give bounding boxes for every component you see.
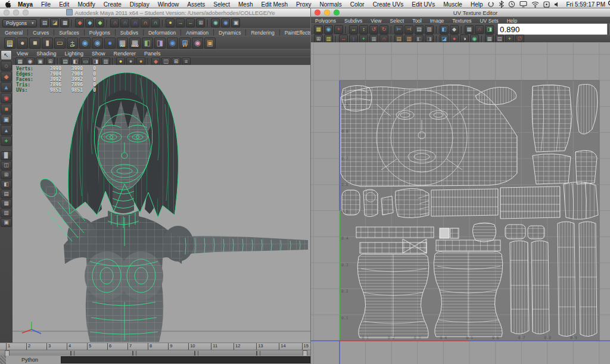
uv-menu-item[interactable]: Image	[426, 18, 449, 24]
universal-manipulator-tool[interactable]: ▣	[1, 114, 12, 125]
render-current-frame-icon[interactable]: ◉	[211, 18, 220, 27]
shade-uvs-icon[interactable]: ◨	[485, 25, 494, 34]
uv-menu-item[interactable]: View	[366, 18, 385, 24]
sync-status-icon[interactable]	[487, 1, 494, 8]
poly-sphere-icon[interactable]: ●	[17, 38, 28, 49]
hud-icon[interactable]: ▦HUD	[129, 38, 141, 49]
spotlight-icon[interactable]	[608, 0, 610, 8]
rotate-cw-icon[interactable]: ↻	[379, 25, 388, 34]
time-machine-icon[interactable]	[508, 1, 515, 8]
wifi-icon[interactable]	[531, 1, 539, 8]
shelf-edit-icon[interactable]: ▤His	[4, 38, 15, 49]
rotate-tool[interactable]: ◉	[1, 93, 12, 103]
poly-cube-icon[interactable]: ■	[29, 38, 41, 49]
snap-to-plane-icon[interactable]: ∩	[141, 18, 150, 27]
u-coordinate-field[interactable]	[497, 23, 608, 36]
menubar-item[interactable]: Edit Mesh	[257, 1, 291, 8]
lock-icon[interactable]: ●	[166, 18, 175, 27]
grid-uvs-icon[interactable]: ▥	[425, 25, 434, 34]
cut-uv-edges-icon[interactable]: ⊢	[394, 25, 403, 34]
sculpt-icon[interactable]: ◉	[192, 38, 203, 49]
menubar-item[interactable]: Color	[346, 1, 369, 8]
menubar-item[interactable]: Normals	[316, 1, 346, 8]
zoom-button[interactable]	[334, 10, 340, 15]
layout-single-pane[interactable]: ▉	[1, 151, 12, 160]
ipr-render-icon[interactable]: ◉	[221, 18, 230, 27]
zoom-button[interactable]	[23, 10, 29, 15]
menubar-item[interactable]: Edit UVs	[407, 1, 439, 8]
menubar-item[interactable]: Modify	[73, 1, 99, 8]
menubar-item[interactable]: Create	[99, 1, 126, 8]
layout-persp-outliner[interactable]: ◧	[1, 180, 12, 189]
maya-titlebar[interactable]: Autodesk Maya 2011 x64 – Student Version…	[0, 8, 311, 17]
select-component-icon[interactable]: ◆	[95, 18, 104, 27]
toggle-grid-icon[interactable]: ▦	[465, 25, 474, 34]
flip-u-icon[interactable]: ↔	[349, 25, 358, 34]
input-source-icon[interactable]	[543, 1, 550, 8]
scale-tool[interactable]: ■	[1, 104, 12, 114]
menu-set-dropdown[interactable]: Polygons ▾	[2, 19, 37, 27]
menubar-item[interactable]: Select	[209, 1, 234, 8]
panel-menu-item[interactable]: Panels	[140, 51, 165, 57]
apple-menu-icon[interactable]	[5, 0, 11, 9]
move-uv-shell-tool-icon[interactable]: ◉	[324, 25, 333, 34]
lasso-tool[interactable]: ◌	[1, 61, 12, 71]
snap-to-point-icon[interactable]: ∩	[130, 18, 139, 27]
command-line-input[interactable]	[61, 356, 310, 363]
menubar-item[interactable]: Assets	[183, 1, 209, 8]
select-tool[interactable]: ↖	[1, 50, 12, 60]
layout-persp-graph[interactable]: ▤	[1, 189, 12, 198]
panel-menu-item[interactable]: View	[13, 51, 32, 57]
sew-uv-edges-icon[interactable]: ⊣	[404, 25, 413, 34]
menubar-item[interactable]: Muscle	[439, 1, 466, 8]
volume-icon[interactable]	[554, 1, 561, 8]
menubar-item[interactable]: Help	[466, 1, 487, 8]
select-hierarchy-icon[interactable]: ◆	[75, 18, 84, 27]
minimize-button[interactable]	[13, 10, 19, 15]
menubar-item[interactable]: Display	[126, 1, 154, 8]
select-object-icon[interactable]: ◆	[85, 18, 94, 27]
layout-two-pane[interactable]: ◫	[1, 161, 12, 170]
menubar-item[interactable]: Mesh	[234, 1, 257, 8]
uv-menu-item[interactable]: Textures	[448, 18, 475, 24]
cylindrical-projection-icon[interactable]: ◉	[92, 38, 103, 49]
displays-icon[interactable]	[519, 1, 527, 8]
paint-selection-tool[interactable]: ◆	[1, 71, 12, 82]
open-scene-icon[interactable]: ◪	[50, 18, 59, 27]
panel-menu-item[interactable]: Show	[88, 51, 110, 57]
new-scene-icon[interactable]: ▤	[40, 18, 49, 27]
poly-plane-icon[interactable]: ▭	[54, 38, 66, 49]
layout-saved[interactable]: ▣	[1, 218, 12, 227]
uv-menu-item[interactable]: Subdivs	[340, 18, 366, 24]
save-scene-icon[interactable]: ▦	[60, 18, 69, 27]
snap-to-grid-icon[interactable]: ∩	[110, 18, 119, 27]
uv-smudge-tool-icon[interactable]: +	[334, 25, 343, 34]
menubar-item[interactable]: Create UVs	[369, 1, 408, 8]
poly-cylinder-icon[interactable]: ▮	[42, 38, 53, 49]
uv-menu-item[interactable]: Tool	[408, 18, 426, 24]
close-button[interactable]	[4, 10, 10, 15]
uv-snapshot-icon[interactable]: ◆	[450, 25, 459, 34]
uv-menu-item[interactable]: UV Sets	[475, 18, 502, 24]
menubar-clock[interactable]: Fri 5:59:17 PM	[564, 1, 608, 8]
pixel-snap-icon[interactable]: ∩	[475, 25, 484, 34]
output-connections-icon[interactable]: ←	[186, 18, 195, 27]
panel-menu-item[interactable]: Shading	[32, 51, 60, 57]
layout-hypershade[interactable]: ▦	[1, 199, 12, 208]
bluetooth-icon[interactable]	[499, 1, 504, 8]
cp-icon[interactable]: +CP	[67, 38, 78, 49]
flip-v-icon[interactable]: ↕	[359, 25, 368, 34]
close-button[interactable]	[315, 10, 320, 15]
dim-image-icon[interactable]: ◧	[440, 25, 449, 34]
uv-menu-item[interactable]: Help	[503, 18, 521, 24]
menubar-item[interactable]: Maya	[14, 1, 37, 8]
uv-canvas[interactable]: 0.10.20.30.40.50.60.70.80.9 0.90.80.70.6…	[311, 42, 610, 364]
planar-projection-icon[interactable]: ◉	[79, 38, 91, 49]
show-all-icon[interactable]: ▦All	[117, 38, 128, 49]
panel-menu-item[interactable]: Renderer	[109, 51, 140, 57]
soft-modification-tool[interactable]: ▴	[1, 125, 12, 135]
panel-menu-item[interactable]: Lighting	[60, 51, 88, 57]
move-tool[interactable]: ▲	[1, 82, 12, 92]
menubar-item[interactable]: Window	[154, 1, 183, 8]
viewport[interactable]: Verts: 3990 3990 0 Edges: 7904 7904 0 Fa…	[13, 65, 311, 343]
